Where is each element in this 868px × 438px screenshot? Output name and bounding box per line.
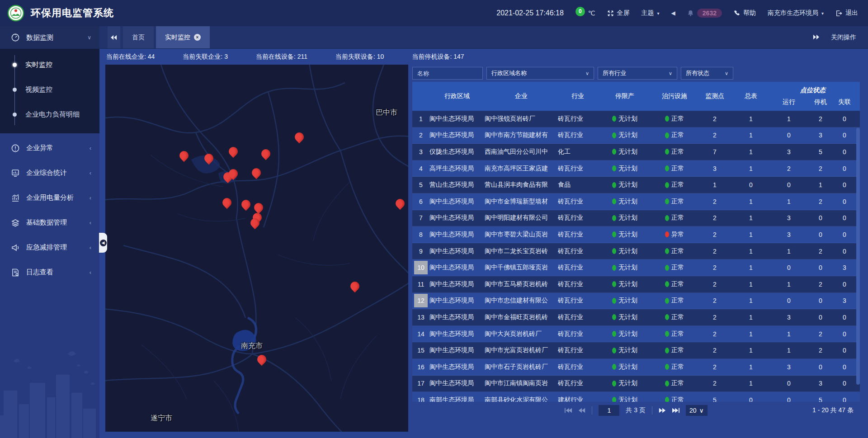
table-header: 行政区域 企业 行业 停限产 治污设施 监测点 总表 点位状态 运行 停机	[412, 82, 860, 111]
stat-value: 44	[148, 53, 155, 60]
cell-limit-status: 无计划	[598, 181, 652, 189]
status-dot	[665, 132, 669, 138]
notification-area[interactable]: 2632	[687, 9, 722, 18]
stat-value: 147	[453, 53, 464, 60]
row-index-value: 13	[414, 311, 428, 324]
tabs-scroll-left-button[interactable]	[108, 26, 120, 48]
cell-limit-status: 无计划	[598, 231, 652, 239]
industry-select[interactable]: 所有行业 ∨	[598, 67, 677, 80]
table-row[interactable]: 11阆中生态环境局阆中市五马桥页岩机砖砖瓦行业无计划正常21120	[412, 276, 860, 293]
table-row[interactable]: 12阆中生态环境局阆中市忠信建材有限公砖瓦行业无计划正常21003	[412, 293, 860, 310]
sidebar-collapse-button[interactable]: ◀	[99, 233, 107, 253]
tab-home[interactable]: 首页	[123, 26, 154, 48]
cell-lost-count: 0	[833, 330, 856, 338]
table-row[interactable]: 10阆中生态环境局阆中千佛镇五郎垭页岩砖瓦行业无计划正常21003	[412, 259, 860, 276]
table-row[interactable]: 8阆中生态环境局阆中市枣碧大梁山页岩砖瓦行业无计划异常21300	[412, 226, 860, 243]
sound-button[interactable]: ◀	[671, 10, 675, 16]
sidebar-item-3[interactable]: 企业用电量分析‹	[0, 185, 99, 210]
status-text: 正常	[671, 181, 684, 189]
table-row[interactable]: 15阆中生态环境局阆中市光富页岩机砖厂砖瓦行业无计划正常21120	[412, 342, 860, 359]
cell-industry: 食品	[558, 181, 598, 189]
tab-realtime-monitor[interactable]: 实时监控 ×	[156, 26, 210, 48]
table-row[interactable]: 9阆中生态环境局阆中市二龙长宝页岩砖砖瓦行业无计划正常21120	[412, 243, 860, 260]
table-row[interactable]: 1阆中生态环境局阆中强锐页岩砖厂砖瓦行业无计划正常21120	[412, 111, 860, 127]
table-row[interactable]: 4高坪生态环境局南充市高坪区王家店建砖瓦行业无计划正常31220	[412, 160, 860, 177]
stat-value: 211	[297, 53, 307, 60]
name-search-input[interactable]	[412, 67, 483, 80]
page-title: 环保用电监管系统	[31, 6, 114, 20]
tabs-scroll-right-button[interactable]	[813, 34, 819, 41]
table-row[interactable]: 14阆中生态环境局阆中大兴页岩机砖厂砖瓦行业无计划正常21120	[412, 326, 860, 343]
table-row[interactable]: 16阆中生态环境局阆中市石子页岩机砖厂砖瓦行业无计划正常21300	[412, 359, 860, 376]
cell-company: 阆中市南方节能建材有	[485, 131, 558, 139]
chevron-left-icon: ‹	[90, 269, 91, 276]
sidebar-item-4[interactable]: 基础数据管理‹	[0, 210, 99, 235]
last-page-button[interactable]	[672, 408, 679, 413]
next-page-button[interactable]	[659, 408, 666, 413]
table-row[interactable]: 17阆中生态环境局阆中市江南镇阆南页岩砖瓦行业无计划正常21030	[412, 376, 860, 392]
cell-stop-count: 3	[808, 380, 833, 387]
chevron-left-icon: ‹	[90, 194, 91, 201]
table-row[interactable]: 2阆中生态环境局阆中市南方节能建材有砖瓦行业无计划正常21030	[412, 127, 860, 144]
first-page-button[interactable]	[565, 408, 572, 413]
cell-region: 阆中生态环境局	[429, 247, 485, 255]
cell-lost-count: 3	[833, 264, 856, 271]
status-text: 异常	[671, 231, 684, 239]
page-size-select[interactable]: 20 ∨	[686, 405, 708, 416]
table-row[interactable]: 13阆中生态环境局阆中市金福旺页岩机砖砖瓦行业无计划正常21300	[412, 309, 860, 326]
cell-run-count: 3	[769, 214, 808, 221]
alert-icon	[11, 144, 20, 153]
status-text: 无计划	[618, 297, 637, 305]
fullscreen-button[interactable]: 全屏	[607, 9, 630, 17]
cell-company: 阆中千佛镇五郎垭页岩	[485, 264, 558, 272]
cell-company: 营山县润丰肉食品有限	[485, 181, 558, 189]
sidebar-subitem-0-2[interactable]: 企业电力负荷明细	[0, 102, 99, 127]
logout-button[interactable]: 退出	[835, 9, 858, 17]
theme-label: 主题	[642, 9, 654, 17]
cell-run-count: 0	[769, 396, 808, 402]
stat-item-3: 当前失联设备: 10	[335, 53, 384, 61]
cell-lost-count: 0	[833, 148, 856, 155]
sidebar-item-6[interactable]: 日志查看‹	[0, 260, 99, 285]
status-text: 正常	[671, 379, 684, 387]
table-row[interactable]: 18南部生态环境局南部县砂化水泥有限公建材行业无计划正常50050	[412, 392, 860, 402]
sidebar-subitem-0-1[interactable]: 视频监控	[0, 77, 99, 102]
table-scrollbar[interactable]	[856, 128, 860, 385]
status-dot	[612, 248, 616, 254]
table-row[interactable]: 7阆中生态环境局阆中明阳建材有限公司砖瓦行业无计划正常21300	[412, 210, 860, 227]
cell-company: 阆中市二龙长宝页岩砖	[485, 247, 558, 255]
status-text: 正常	[671, 247, 684, 255]
tab-close-icon[interactable]: ×	[194, 34, 201, 41]
sidebar-subitem-0-0[interactable]: 实时监控	[0, 52, 99, 77]
prev-page-button[interactable]	[578, 408, 585, 413]
row-index: 9	[412, 245, 429, 258]
sidebar-item-5[interactable]: 应急减排管理‹	[0, 235, 99, 260]
cell-limit-status: 无计划	[598, 131, 652, 139]
sidebar-item-1[interactable]: 企业异常‹	[0, 136, 99, 160]
cell-monitor-count: 2	[697, 198, 732, 205]
map-canvas[interactable]: 巴中市南充市遂宁市	[105, 65, 408, 432]
cell-total-meter: 1	[732, 347, 769, 354]
cell-lost-count: 0	[833, 165, 856, 172]
table-row[interactable]: 6阆中生态环境局阆中市金博瑞新型墙材砖瓦行业无计划正常21120	[412, 193, 860, 210]
cell-company: 南充市高坪区王家店建	[485, 165, 558, 173]
cell-monitor-count: 2	[697, 214, 732, 221]
help-button[interactable]: 帮助	[734, 9, 756, 17]
theme-dropdown[interactable]: 主题 ▾	[642, 9, 660, 17]
close-operations-button[interactable]: 关闭操作	[831, 33, 856, 42]
cell-lost-count: 0	[833, 181, 856, 188]
row-index-value: 4	[414, 162, 428, 175]
col-company: 企业	[485, 92, 558, 100]
table-row[interactable]: 5营山生态环境局营山县润丰肉食品有限食品无计划正常10010	[412, 177, 860, 193]
cell-monitor-count: 2	[697, 248, 732, 255]
region-select[interactable]: 行政区域名称 ∨	[486, 67, 594, 80]
sidebar-item-2[interactable]: 企业综合统计‹	[0, 160, 99, 185]
cell-region: 阆中生态环境局	[429, 131, 485, 139]
status-text: 正常	[671, 297, 684, 305]
table-row[interactable]: 3仪陇生态环境局西南油气田分公司川中化工无计划正常71350	[412, 144, 860, 160]
org-dropdown[interactable]: 南充市生态环境局 ▾	[768, 9, 824, 17]
cell-stop-count: 0	[808, 297, 833, 304]
status-select[interactable]: 所有状态 ∨	[681, 67, 733, 80]
page-number-input[interactable]: 1	[599, 405, 619, 416]
sidebar-item-0[interactable]: 数据监测∨	[0, 26, 99, 49]
